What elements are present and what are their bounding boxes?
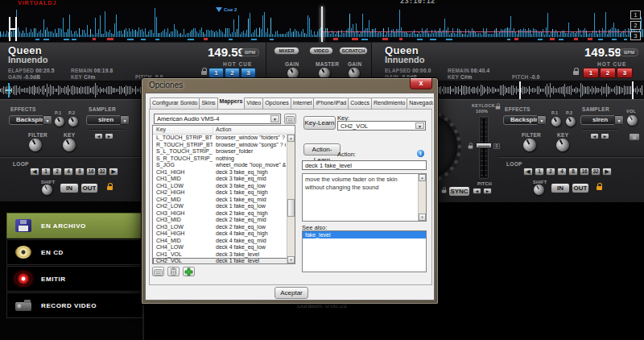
- deck-number-box[interactable]: 2: [630, 21, 641, 30]
- pitch-lock-icon[interactable]: [469, 146, 473, 149]
- dialog-tab[interactable]: Mappers: [217, 97, 246, 109]
- scratch-button[interactable]: SCRATCH: [339, 47, 368, 55]
- mapping-row[interactable]: R_TOUCH_STRIP_BTN browser_window "songs"…: [153, 142, 295, 149]
- loop-next-button[interactable]: ▶: [602, 168, 612, 176]
- loop-length-button[interactable]: 4: [557, 168, 567, 176]
- mapping-row[interactable]: CH1_MID deck 3 fake_eq_mid: [153, 176, 295, 183]
- keylock-lock-icon[interactable]: [496, 106, 501, 110]
- see-also-item[interactable]: fake_level: [303, 231, 426, 238]
- mapping-list-scrollbar[interactable]: ▲ ▼: [287, 135, 295, 263]
- loop-length-button[interactable]: 16: [580, 168, 589, 176]
- mapping-row[interactable]: CH3_MID deck 2 fake_eq_mid: [153, 217, 295, 224]
- mapping-row[interactable]: CH1_VOL deck 3 fake_level: [153, 251, 295, 259]
- mapping-row[interactable]: CH2_VOL deck 1 fake_level: [153, 258, 295, 264]
- loop-prev-button[interactable]: ◀: [30, 168, 39, 176]
- add-mapping-button[interactable]: [183, 267, 195, 276]
- sampler-prev-button[interactable]: ◀: [590, 133, 599, 139]
- keyboard-mapping-button[interactable]: [152, 267, 164, 276]
- effect-param2-knob[interactable]: [564, 115, 577, 128]
- deck-right-waveform[interactable]: [439, 81, 644, 99]
- sampler-prev-button[interactable]: ◀: [94, 133, 103, 139]
- effect-select[interactable]: Backspin▼: [503, 115, 547, 125]
- sidebar-item[interactable]: EMITIR: [6, 266, 143, 292]
- mapping-row[interactable]: CH2_LOW deck 1 fake_eq_low: [153, 203, 295, 210]
- pitch-down-button[interactable]: ◀: [473, 188, 481, 194]
- action-column-header[interactable]: Action: [216, 126, 231, 132]
- mapping-row[interactable]: CH4_HIGH deck 4 fake_eq_high: [153, 230, 295, 238]
- sampler-volume-knob[interactable]: [625, 114, 640, 128]
- loop-lock-icon[interactable]: [597, 186, 602, 190]
- mapping-row[interactable]: S_L_TOUCH_STRIP_... browser_folder: [153, 148, 295, 155]
- mapping-row[interactable]: L_TOUCH_STRIP_BTN browser_window "folder…: [153, 135, 295, 142]
- chevron-down-icon[interactable]: ▼: [537, 115, 547, 125]
- loop-length-button[interactable]: 32: [97, 168, 107, 176]
- mapping-row[interactable]: CH3_HIGH deck 2 fake_eq_high: [153, 210, 295, 218]
- filter-knob[interactable]: [27, 136, 44, 154]
- scroll-up-icon[interactable]: ▲: [287, 135, 295, 142]
- key-select[interactable]: CH2_VOL ▼: [337, 121, 426, 131]
- chevron-down-icon[interactable]: ▼: [614, 115, 624, 125]
- loop-prev-button[interactable]: ◀: [523, 168, 533, 176]
- mapping-row[interactable]: CH1_LOW deck 3 fake_eq_low: [153, 183, 295, 190]
- loop-length-button[interactable]: 16: [86, 168, 96, 176]
- loop-out-button[interactable]: OUT: [572, 183, 589, 193]
- effect-param1-knob[interactable]: [53, 115, 66, 128]
- scroll-down-icon[interactable]: ▼: [419, 214, 426, 221]
- chevron-down-icon[interactable]: ▼: [270, 115, 279, 122]
- mapping-row[interactable]: CH2_MID deck 1 fake_eq_mid: [153, 197, 295, 204]
- key-learn-button[interactable]: Key-Learn: [303, 116, 336, 130]
- scroll-down-icon[interactable]: ▼: [287, 256, 295, 263]
- loop-shift-knob[interactable]: [532, 183, 547, 197]
- loop-length-button[interactable]: 8: [75, 168, 85, 176]
- loop-lock-icon[interactable]: [107, 186, 113, 190]
- chevron-down-icon[interactable]: ▼: [120, 115, 130, 125]
- mixer-button[interactable]: MIXER: [274, 47, 299, 55]
- deck-number-box[interactable]: 3: [630, 31, 641, 40]
- filter-knob[interactable]: [521, 136, 539, 154]
- deck-left-bpm-badge[interactable]: BPM: [241, 48, 259, 56]
- hotcue-button[interactable]: 3: [617, 68, 633, 78]
- loop-length-button[interactable]: 1: [41, 168, 51, 176]
- pitch-up-button[interactable]: ▶: [483, 188, 492, 194]
- dialog-tab[interactable]: iPhone/iPad: [313, 97, 349, 109]
- action-learn-button[interactable]: Action-Learn: [303, 143, 341, 155]
- see-also-list[interactable]: fake_level: [302, 230, 427, 272]
- dialog-tab[interactable]: Skins: [199, 97, 217, 109]
- dialog-tab[interactable]: Internet: [291, 97, 315, 109]
- cue-marker[interactable]: Cue 2: [216, 7, 237, 15]
- deck-number-box[interactable]: 1: [630, 10, 641, 19]
- effect-param2-knob[interactable]: [67, 115, 80, 128]
- dialog-tab[interactable]: Opciones: [262, 97, 291, 109]
- loop-length-button[interactable]: 32: [591, 168, 601, 176]
- video-button[interactable]: VIDEO: [309, 47, 333, 55]
- keyboard-icon-button[interactable]: [284, 114, 296, 124]
- pitch-zero-button[interactable]: 0: [493, 143, 500, 149]
- description-scrollbar[interactable]: ▲ ▼: [418, 174, 426, 221]
- hotcue-button[interactable]: 2: [600, 68, 616, 78]
- mapper-device-select[interactable]: American Audio VMS-4 ▼: [154, 114, 281, 124]
- loop-length-button[interactable]: 4: [64, 168, 73, 176]
- sampler-rec-button[interactable]: ▤: [629, 133, 640, 141]
- mapping-row[interactable]: CH4_MID deck 4 fake_eq_mid: [153, 238, 295, 245]
- sampler-next-button[interactable]: ▶: [601, 133, 609, 139]
- accept-button[interactable]: Aceptar: [275, 287, 308, 299]
- key-knob[interactable]: [554, 136, 572, 154]
- loop-in-button[interactable]: IN: [551, 183, 570, 193]
- loop-in-button[interactable]: IN: [60, 183, 79, 193]
- key-column-header[interactable]: Key: [156, 126, 166, 132]
- mapping-row[interactable]: CH3_LOW deck 2 fake_eq_low: [153, 224, 295, 231]
- top-waveform-rhythm-window[interactable]: Cue 2 123: [0, 6, 644, 43]
- mapping-list[interactable]: Key Action L_TOUCH_STRIP_BTN browser_win…: [152, 125, 295, 264]
- info-icon[interactable]: i: [417, 150, 424, 157]
- jog-wheel[interactable]: [439, 110, 461, 184]
- mapping-row[interactable]: CH4_LOW deck 4 fake_eq_low: [153, 244, 295, 251]
- loop-next-button[interactable]: ▶: [109, 168, 118, 176]
- action-input[interactable]: deck 1 fake_level: [302, 160, 427, 170]
- sampler-next-button[interactable]: ▶: [105, 133, 114, 139]
- chevron-down-icon[interactable]: ▼: [415, 122, 424, 129]
- effect-param1-knob[interactable]: [550, 115, 563, 128]
- loop-length-button[interactable]: 2: [52, 168, 62, 176]
- mapping-row[interactable]: S_JOG wheel_mode "loop_move" & loop_move: [153, 162, 295, 169]
- dialog-tab[interactable]: Rendimiento: [371, 97, 407, 109]
- loop-shift-knob[interactable]: [40, 183, 55, 197]
